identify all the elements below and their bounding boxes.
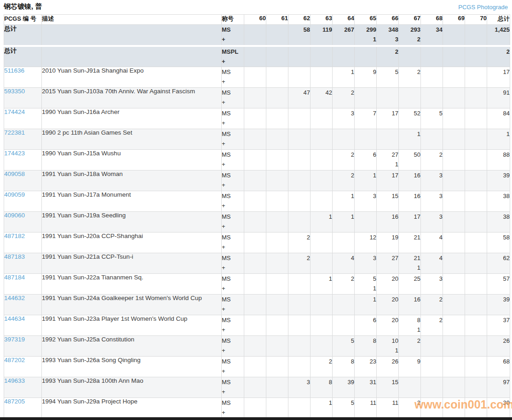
coin-row: 1446321991 Yuan Sun-J24a Goalkeeper 1st … [4, 295, 510, 315]
pcgs-number-link[interactable]: 409058 [4, 170, 25, 177]
pcgs-number-link[interactable]: 487202 [4, 357, 25, 363]
col-header-grade-64: 64 [333, 15, 355, 25]
designation-cell: MS+ [222, 295, 244, 315]
pcgs-number-link[interactable]: 144632 [4, 295, 25, 301]
bottom-divider [0, 417, 512, 420]
designation-cell: MS+ [222, 67, 244, 88]
grade-62-cell: 47 [288, 88, 311, 108]
photograde-link[interactable]: PCGS Photograde [458, 4, 508, 11]
grade-65-cell: 31 [355, 377, 377, 398]
grade-69-cell [443, 88, 465, 108]
grade-67-cell: 16 [399, 170, 421, 191]
pcgs-number-cell: 409060 [4, 212, 42, 233]
grade-68-cell [421, 46, 443, 67]
coin-description: 1990 2 pc 11th Asian Games Set [42, 129, 222, 150]
summary-label: 总计 [4, 25, 42, 46]
pcgs-number-link[interactable]: 149633 [4, 377, 25, 384]
grade-62-cell [288, 212, 311, 233]
grade-60-cell [244, 150, 266, 170]
grade-62-cell: 2 [288, 253, 311, 274]
col-header-grade-66: 66 [377, 15, 399, 25]
col-header-description: 描述 [42, 15, 222, 25]
grade-63-cell [311, 150, 333, 170]
grade-69-cell [443, 212, 465, 233]
grade-60-cell [244, 191, 266, 212]
col-header-grade-65: 65 [355, 15, 377, 25]
pcgs-number-link[interactable]: 511636 [4, 67, 24, 74]
grade-66-cell: 101 [377, 336, 399, 357]
grade-70-cell [465, 315, 487, 336]
grade-70-cell [465, 25, 487, 46]
pcgs-number-link[interactable]: 144634 [4, 315, 25, 322]
grade-63-cell [311, 295, 333, 315]
pcgs-number-link[interactable]: 593350 [4, 88, 25, 95]
designation-cell: MS+ [222, 253, 244, 274]
grade-69-cell [443, 357, 465, 377]
grade-63-cell: 8 [311, 377, 333, 398]
grade-66-cell: 20 [377, 295, 399, 315]
grade-62-cell [288, 108, 311, 129]
grade-62-cell [288, 398, 311, 419]
coin-row: 4872051994 Yuan Sun-J29a Project HopeMS+… [4, 398, 510, 419]
grade-62-cell [288, 315, 311, 336]
pcgs-number-link[interactable]: 722381 [4, 129, 25, 136]
grade-69-cell [443, 377, 465, 398]
grade-68-cell [421, 88, 443, 108]
designation-cell: MS+ [222, 88, 244, 108]
grade-64-cell: 4 [333, 253, 355, 274]
pcgs-number-cell: 409058 [4, 170, 42, 191]
row-total: 58 [487, 233, 510, 253]
grade-62-cell [288, 336, 311, 357]
col-header-total: 总计 [487, 15, 510, 25]
grade-65-cell: 3 [355, 191, 377, 212]
grade-70-cell [465, 46, 487, 67]
grade-68-cell: 2 [421, 315, 443, 336]
pcgs-number-link[interactable]: 174424 [4, 108, 25, 115]
pcgs-number-link[interactable]: 487183 [4, 253, 25, 260]
grade-65-cell: 1 [355, 295, 377, 315]
grade-68-cell: 3 [421, 170, 443, 191]
grade-66-cell: 20 [377, 274, 399, 295]
coin-row: 4090581991 Yuan Sun-J18a WomanMS+2117163… [4, 170, 510, 191]
grade-68-cell: 34 [421, 25, 443, 46]
grade-68-cell [421, 357, 443, 377]
pcgs-number-link[interactable]: 487184 [4, 274, 25, 281]
grade-62-cell: 58 [288, 25, 311, 46]
grade-67-cell: 2 [399, 67, 421, 88]
pcgs-number-cell: 397319 [4, 336, 42, 357]
grade-64-cell: 39 [333, 377, 355, 398]
grade-60-cell [244, 25, 266, 46]
pcgs-number-cell: 409059 [4, 191, 42, 212]
pcgs-number-link[interactable]: 487182 [4, 233, 25, 239]
pcgs-number-cell: 487202 [4, 357, 42, 377]
pcgs-number-cell: 174423 [4, 150, 42, 170]
coin-row: 3973191992 Yuan Sun-J25a ConstitutionMS+… [4, 336, 510, 357]
pcgs-number-link[interactable]: 409060 [4, 212, 25, 219]
pcgs-number-link[interactable]: 174423 [4, 150, 25, 157]
grade-62-cell [288, 67, 311, 88]
grade-69-cell [443, 315, 465, 336]
grade-68-cell [421, 67, 443, 88]
grade-70-cell [465, 67, 487, 88]
grade-60-cell [244, 295, 266, 315]
grade-68-cell: 4 [421, 233, 443, 253]
grade-68-cell: 3 [421, 274, 443, 295]
designation-cell: MS+ [222, 398, 244, 419]
pcgs-number-link[interactable]: 409059 [4, 191, 25, 198]
grade-60-cell [244, 67, 266, 88]
grade-60-cell [244, 108, 266, 129]
row-total: 37 [487, 315, 510, 336]
grade-61-cell [266, 191, 288, 212]
summary-row: 总计MSPL+22 [4, 46, 510, 67]
pcgs-number-link[interactable]: 397319 [4, 336, 25, 343]
pcgs-number-cell: 149633 [4, 377, 42, 398]
grade-62-cell [288, 46, 311, 67]
grade-70-cell [465, 274, 487, 295]
grade-65-cell: 23 [355, 357, 377, 377]
grade-67-cell: 21 [399, 233, 421, 253]
coin-row: 1744231990 Yuan Sun-J15a WushuMS+2627150… [4, 150, 510, 170]
grade-64-cell: 2 [333, 274, 355, 295]
grade-69-cell [443, 274, 465, 295]
grade-66-cell: 17 [377, 108, 399, 129]
pcgs-number-link[interactable]: 487205 [4, 398, 25, 405]
